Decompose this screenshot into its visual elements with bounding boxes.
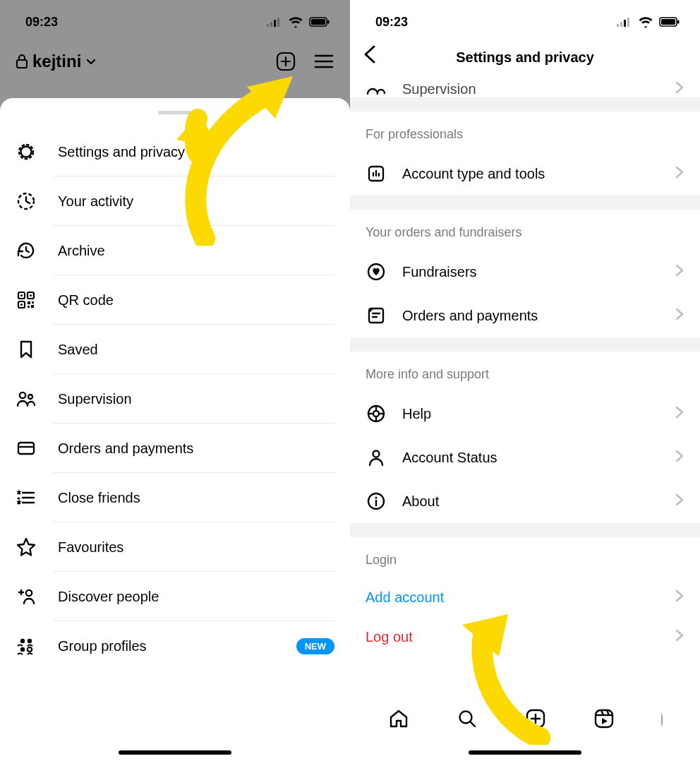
row-label: Add account: [366, 589, 659, 606]
receipt-icon: [366, 305, 387, 326]
row-about[interactable]: About: [350, 479, 700, 523]
svg-point-15: [21, 147, 32, 157]
menu-label: Group profiles: [58, 638, 147, 654]
row-add-account[interactable]: Add account: [350, 577, 700, 617]
archive-icon: [16, 240, 37, 261]
svg-point-28: [28, 395, 32, 399]
chevron-right-icon: [675, 263, 684, 280]
plus-square-icon: [524, 707, 547, 730]
menu-label: Close friends: [58, 490, 140, 506]
settings-header: Settings and privacy: [350, 37, 700, 78]
row-supervision-cutoff[interactable]: Supervision: [350, 78, 700, 97]
menu-saved[interactable]: Saved: [0, 325, 350, 374]
menu-label: QR code: [58, 292, 114, 308]
svg-rect-29: [18, 443, 34, 454]
svg-point-64: [373, 451, 380, 457]
qr-icon: [16, 289, 37, 311]
nav-profile[interactable]: [661, 714, 663, 726]
svg-point-59: [373, 411, 379, 417]
nav-search[interactable]: [456, 707, 478, 733]
row-help[interactable]: Help: [350, 392, 700, 436]
svg-rect-49: [677, 20, 680, 24]
row-label: Fundraisers: [402, 264, 659, 280]
svg-rect-73: [596, 710, 612, 727]
menu-label: Archive: [58, 243, 105, 259]
menu-your-activity[interactable]: Your activity: [0, 176, 350, 226]
section-divider: [350, 523, 700, 537]
svg-point-39: [20, 639, 25, 643]
svg-point-68: [459, 712, 471, 724]
svg-text:★: ★: [16, 489, 23, 496]
menu-label: Favourites: [58, 539, 123, 556]
svg-point-42: [28, 647, 32, 652]
avatar-icon: [661, 713, 663, 726]
svg-point-27: [20, 393, 25, 398]
chevron-right-icon: [675, 307, 684, 324]
section-divider: [350, 97, 700, 112]
nav-reels[interactable]: [593, 707, 615, 733]
menu-label: Saved: [58, 342, 98, 358]
row-label: Account type and tools: [402, 166, 659, 182]
help-icon: [366, 403, 387, 424]
bottom-nav: [350, 700, 700, 745]
row-orders-payments[interactable]: Orders and payments: [350, 294, 700, 337]
info-icon: [366, 491, 387, 512]
menu-group-profiles[interactable]: Group profiles NEW: [0, 621, 350, 671]
sheet-grabber[interactable]: [158, 111, 192, 114]
chevron-right-icon: [675, 165, 684, 182]
row-account-status[interactable]: Account Status: [350, 436, 700, 479]
section-title-orders: Your orders and fundraisers: [350, 210, 700, 250]
menu-discover-people[interactable]: Discover people: [0, 572, 350, 621]
supervision-icon: [16, 388, 37, 409]
row-label: About: [402, 493, 659, 510]
svg-point-40: [28, 639, 32, 643]
menu-qr-code[interactable]: QR code: [0, 275, 350, 325]
svg-point-20: [20, 294, 23, 296]
svg-point-66: [375, 496, 377, 498]
page-title: Settings and privacy: [456, 49, 594, 66]
section-title-login: Login: [350, 537, 700, 577]
row-label: Help: [402, 406, 659, 422]
nav-create[interactable]: [524, 707, 547, 733]
group-icon: [16, 635, 37, 657]
svg-rect-45: [624, 20, 626, 27]
menu-settings-privacy[interactable]: Settings and privacy: [0, 127, 350, 176]
svg-point-41: [20, 647, 25, 652]
chevron-right-icon: [675, 628, 684, 645]
home-indicator: [119, 750, 231, 755]
search-icon: [456, 707, 478, 730]
row-label: Account Status: [402, 450, 659, 466]
row-log-out[interactable]: Log out: [350, 617, 700, 657]
svg-rect-24: [32, 301, 34, 304]
nav-home[interactable]: [387, 707, 410, 733]
menu-archive[interactable]: Archive: [0, 226, 350, 275]
svg-rect-48: [661, 19, 675, 25]
supervision-icon: [366, 78, 387, 97]
tools-icon: [366, 163, 387, 184]
chevron-right-icon: [675, 449, 684, 466]
svg-text:★: ★: [16, 498, 23, 505]
row-label: Orders and payments: [402, 308, 659, 324]
section-title-support: More info and support: [350, 352, 700, 392]
menu-close-friends[interactable]: ★★ Close friends: [0, 473, 350, 522]
status-icons: [617, 16, 680, 28]
fundraisers-icon: [366, 261, 387, 282]
back-button[interactable]: [361, 44, 380, 68]
svg-point-38: [26, 590, 32, 596]
chevron-right-icon: [675, 589, 684, 606]
menu-favourites[interactable]: Favourites: [0, 522, 350, 572]
svg-rect-25: [28, 306, 30, 308]
chevron-left-icon: [361, 44, 380, 65]
svg-rect-23: [28, 301, 30, 304]
home-icon: [387, 707, 410, 730]
row-account-type-tools[interactable]: Account type and tools: [350, 152, 700, 196]
row-fundraisers[interactable]: Fundraisers: [350, 250, 700, 294]
svg-point-22: [20, 304, 23, 306]
section-divider: [350, 337, 700, 352]
profile-menu-sheet: Settings and privacy Your activity Archi…: [0, 98, 350, 761]
menu-supervision[interactable]: Supervision: [0, 374, 350, 424]
gear-icon: [16, 141, 37, 162]
close-friends-icon: ★★: [16, 487, 37, 508]
menu-orders-payments[interactable]: Orders and payments: [0, 424, 350, 473]
svg-point-21: [30, 294, 32, 296]
